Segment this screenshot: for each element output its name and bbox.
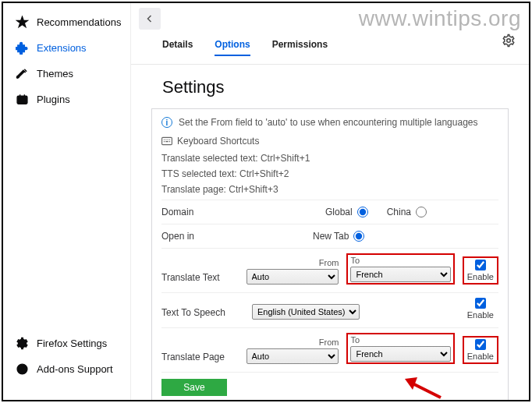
tab-permissions[interactable]: Permissions [272,39,328,56]
kb-shortcut-2: TTS selected text: Ctrl+Shift+2 [161,168,498,179]
radio-china[interactable]: China [387,207,427,217]
translate-text-from-select[interactable]: Auto [246,269,339,285]
sidebar-item-addons-support[interactable]: Add-ons Support [8,356,126,382]
translate-page-to-select[interactable]: French [350,346,450,362]
svg-rect-0 [17,96,27,104]
tab-options[interactable]: Options [215,39,250,56]
brush-icon [16,67,29,80]
to-label: To [350,256,450,265]
tab-details[interactable]: Details [162,39,193,56]
translate-text-to-select[interactable]: French [350,267,450,282]
keyboard-shortcuts-header: Keyboard Shortcuts [161,136,498,147]
settings-panel: i Set the From field to 'auto' to use wh… [151,108,509,400]
sidebar-item-label: Extensions [37,42,87,54]
translate-text-enable-checkbox[interactable] [475,260,486,270]
from-label: From [246,338,339,347]
row-open-in: Open in New Tab [161,224,498,248]
sidebar: Recommendations Extensions Themes Plugin… [3,3,131,400]
radio-new-tab-input[interactable] [353,231,364,242]
sidebar-item-label: Add-ons Support [37,363,113,375]
row-domain: Domain Global China [161,200,498,224]
translate-text-to-highlight: To French [346,253,454,285]
radio-label-text: New Tab [313,231,349,242]
tab-bar: Details Options Permissions [131,39,529,65]
main-panel: Details Options Permissions Settings i S… [131,3,529,400]
enable-label: Enable [467,352,494,361]
annotation-arrow [403,376,442,400]
svg-point-3 [507,39,511,43]
info-text: Set the From field to 'auto' to use when… [179,117,477,128]
domain-label: Domain [161,207,244,217]
puzzle-icon [16,41,29,55]
row-translate-text: Translate Text From Auto To French Enabl… [161,248,498,292]
translate-page-to-highlight: To French [346,333,454,364]
translate-page-enable-highlight: Enable [463,336,498,364]
open-in-label: Open in [161,231,244,242]
radio-global-input[interactable] [357,207,368,217]
plugin-icon [16,93,29,106]
translate-text-label: Translate Text [161,272,239,285]
back-button[interactable] [139,8,161,30]
gear-icon [16,337,29,350]
kb-shortcut-1: Translate selected text: Ctrl+Shift+1 [161,153,498,164]
kb-shortcut-3: Translate page: Ctrl+Shift+3 [161,184,498,195]
kb-header-text: Keyboard Shortcuts [177,136,259,147]
row-translate-page: Translate Page From Auto To French Enabl… [161,327,498,372]
translate-page-enable-checkbox[interactable] [475,339,486,350]
radio-china-input[interactable] [416,207,427,217]
sidebar-item-recommendations[interactable]: Recommendations [8,9,126,35]
row-text-to-speech: Text To Speech English (United States) E… [161,292,498,327]
sidebar-item-label: Recommendations [37,16,121,28]
radio-label-text: China [387,207,411,217]
sidebar-item-plugins[interactable]: Plugins [8,87,126,112]
tts-label: Text To Speech [161,307,244,320]
sidebar-item-label: Firefox Settings [37,338,107,349]
info-icon: i [161,117,172,128]
star-icon [16,16,29,29]
sidebar-item-themes[interactable]: Themes [8,61,126,87]
radio-global[interactable]: Global [325,207,368,217]
gear-icon [502,34,516,48]
translate-text-enable-highlight: Enable [463,256,498,285]
tts-enable-checkbox[interactable] [475,298,486,309]
sidebar-item-label: Plugins [37,94,70,105]
page-title: Settings [131,65,529,108]
radio-new-tab[interactable]: New Tab [313,231,364,242]
save-row: Save [161,372,498,396]
from-label: From [246,258,339,267]
tts-language-select[interactable]: English (United States) [252,304,360,320]
help-icon [16,362,29,376]
to-label: To [350,335,450,345]
save-button[interactable]: Save [161,379,227,396]
chevron-left-icon [145,14,154,23]
sidebar-item-firefox-settings[interactable]: Firefox Settings [8,331,126,356]
settings-gear-button[interactable] [499,31,518,50]
sidebar-item-label: Themes [37,68,73,80]
translate-page-label: Translate Page [161,352,239,364]
translate-page-from-select[interactable]: Auto [246,348,339,364]
sidebar-item-extensions[interactable]: Extensions [8,35,126,61]
enable-label: Enable [467,272,494,281]
radio-label-text: Global [325,207,353,217]
info-banner: i Set the From field to 'auto' to use wh… [161,117,498,128]
keyboard-icon [161,136,172,146]
enable-label: Enable [467,310,494,320]
